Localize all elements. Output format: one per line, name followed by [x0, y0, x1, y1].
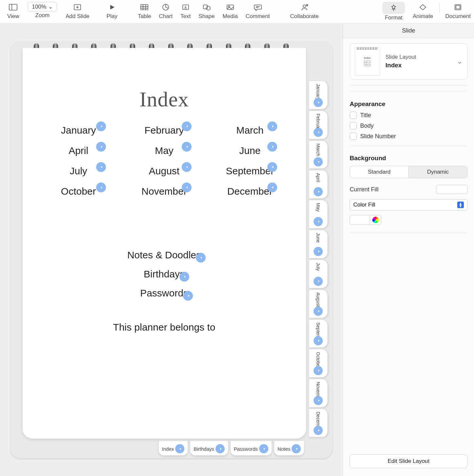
month-link-august[interactable]: August — [121, 165, 207, 177]
play-label: Play — [107, 13, 117, 20]
link-arrow-icon — [314, 336, 323, 345]
bottom-tab-notes[interactable]: Notes — [274, 441, 304, 456]
seg-dynamic[interactable]: Dynamic — [409, 166, 467, 178]
color-picker-button[interactable] — [370, 215, 381, 225]
add-slide-button[interactable]: Add Slide — [66, 2, 90, 20]
svg-marker-5 — [110, 5, 114, 10]
link-arrow-icon — [216, 444, 225, 453]
link-arrow-icon — [96, 142, 106, 152]
fill-type-select[interactable]: Color Fill ▲▼ — [350, 199, 467, 210]
month-link-december[interactable]: December — [207, 186, 293, 197]
side-tab-november[interactable]: November — [309, 379, 328, 407]
bottom-tab-passwords[interactable]: Passwords — [230, 441, 272, 456]
side-tab-april[interactable]: April — [309, 170, 328, 199]
fill-color-well[interactable] — [350, 215, 370, 225]
link-arrow-icon — [182, 142, 192, 152]
comment-button[interactable]: Comment — [246, 2, 270, 20]
svg-text:+: + — [306, 4, 308, 6]
bottom-tabs: IndexBirthdaysPasswordsNotes — [158, 441, 305, 456]
document-button[interactable]: Document — [445, 2, 471, 20]
month-link-march[interactable]: March — [207, 125, 293, 136]
current-fill-swatch[interactable] — [436, 185, 467, 194]
animate-button[interactable]: Animate — [413, 2, 433, 20]
background-heading: Background — [350, 155, 467, 162]
bottom-tab-index[interactable]: Index — [158, 441, 188, 456]
extra-link[interactable]: Notes & Doodles — [127, 249, 201, 261]
belongs-text[interactable]: This planner belongs to — [36, 322, 293, 333]
zoom-control[interactable]: 100%⌄ Zoom — [28, 2, 57, 19]
table-label: Table — [138, 13, 151, 20]
text-label: Text — [180, 13, 191, 20]
bottom-tab-birthdays[interactable]: Birthdays — [190, 441, 228, 456]
extras-list: Notes & DoodlesBirthdaysPasswords — [36, 249, 293, 299]
side-tab-may[interactable]: May — [309, 200, 328, 228]
view-button[interactable]: View — [7, 2, 19, 20]
collaborate-button[interactable]: + Collaborate — [290, 2, 319, 20]
toolbar: View 100%⌄ Zoom Add Slide Play Table Cha… — [0, 0, 474, 24]
add-slide-label: Add Slide — [66, 13, 90, 20]
slide-number-checkbox[interactable]: Slide Number — [350, 133, 467, 140]
link-arrow-icon — [182, 183, 192, 192]
side-tab-august[interactable]: August — [309, 290, 328, 318]
format-button[interactable]: Format — [382, 2, 405, 21]
seg-standard[interactable]: Standard — [350, 166, 409, 178]
link-arrow-icon — [267, 162, 277, 172]
svg-rect-0 — [9, 4, 17, 10]
month-link-june[interactable]: June — [207, 145, 293, 156]
link-arrow-icon — [182, 162, 192, 172]
media-button[interactable]: Media — [222, 2, 237, 20]
text-button[interactable]: A Text — [180, 2, 191, 20]
month-link-april[interactable]: April — [36, 145, 121, 156]
comment-label: Comment — [246, 13, 270, 20]
months-grid: JanuaryFebruaryMarchAprilMayJuneJulyAugu… — [36, 125, 293, 197]
play-button[interactable]: Play — [107, 2, 117, 20]
month-link-february[interactable]: February — [121, 125, 207, 136]
month-link-november[interactable]: November — [121, 186, 207, 197]
current-fill-label: Current Fill — [350, 186, 379, 193]
side-tab-june[interactable]: June — [309, 230, 328, 258]
month-link-september[interactable]: September — [207, 165, 293, 177]
month-link-july[interactable]: July — [36, 165, 121, 177]
extra-link[interactable]: Passwords — [140, 288, 188, 299]
link-arrow-icon — [314, 187, 323, 196]
link-arrow-icon — [96, 121, 106, 131]
chart-button[interactable]: Chart — [159, 2, 173, 20]
side-tab-september[interactable]: September — [309, 319, 328, 348]
page-title[interactable]: Index — [36, 87, 293, 112]
document-label: Document — [445, 13, 471, 20]
slide-page[interactable]: Index JanuaryFebruaryMarchAprilMayJuneJu… — [23, 48, 306, 439]
side-tab-july[interactable]: July — [309, 260, 328, 288]
animate-label: Animate — [413, 13, 433, 20]
title-checkbox[interactable]: Title — [350, 112, 467, 119]
side-tab-december[interactable]: December — [309, 409, 328, 437]
inspector-tab-slide[interactable]: Slide — [343, 24, 474, 38]
toolbar-separator — [439, 3, 440, 13]
background-mode-segmented[interactable]: Standard Dynamic — [350, 166, 467, 178]
shape-button[interactable]: Shape — [198, 2, 215, 20]
slide[interactable]: JanuaryFebruaryMarchAprilMayJuneJulyAugu… — [11, 41, 332, 458]
table-button[interactable]: Table — [138, 2, 151, 20]
layout-thumbnail: Index Jan Feb MarApr May JunJul Aug SepO… — [355, 47, 380, 76]
canvas-area[interactable]: JanuaryFebruaryMarchAprilMayJuneJulyAugu… — [0, 24, 343, 476]
side-tab-january[interactable]: January — [309, 81, 328, 109]
month-link-january[interactable]: January — [36, 125, 121, 136]
color-wheel-icon — [372, 217, 379, 223]
zoom-value: 100% — [32, 4, 46, 10]
appearance-heading: Appearance — [350, 100, 467, 108]
side-tab-february[interactable]: February — [309, 111, 328, 139]
month-link-may[interactable]: May — [121, 145, 207, 156]
link-arrow-icon — [267, 183, 277, 192]
side-tab-october[interactable]: October — [309, 349, 328, 378]
extra-link[interactable]: Birthdays — [144, 269, 185, 280]
edit-slide-layout-button[interactable]: Edit Slide Layout — [350, 454, 467, 468]
side-tab-march[interactable]: March — [309, 141, 328, 169]
svg-point-20 — [303, 5, 306, 8]
link-arrow-icon — [314, 277, 323, 286]
svg-rect-6 — [141, 5, 148, 10]
slide-layout-picker[interactable]: Index Jan Feb MarApr May JunJul Aug SepO… — [350, 43, 467, 79]
link-arrow-icon — [267, 121, 277, 131]
month-link-october[interactable]: October — [36, 186, 121, 197]
format-label: Format — [385, 14, 402, 21]
collaborate-label: Collaborate — [290, 13, 319, 20]
body-checkbox[interactable]: Body — [350, 122, 467, 129]
